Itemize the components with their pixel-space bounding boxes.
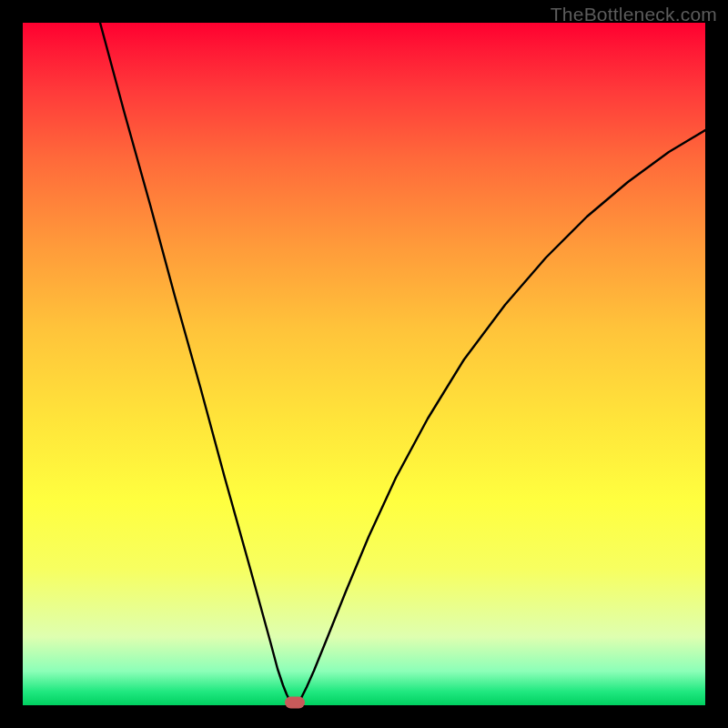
minimum-marker [285, 697, 305, 709]
bottleneck-curve [23, 23, 705, 705]
watermark-text: TheBottleneck.com [551, 4, 717, 25]
plot-area [23, 23, 705, 705]
